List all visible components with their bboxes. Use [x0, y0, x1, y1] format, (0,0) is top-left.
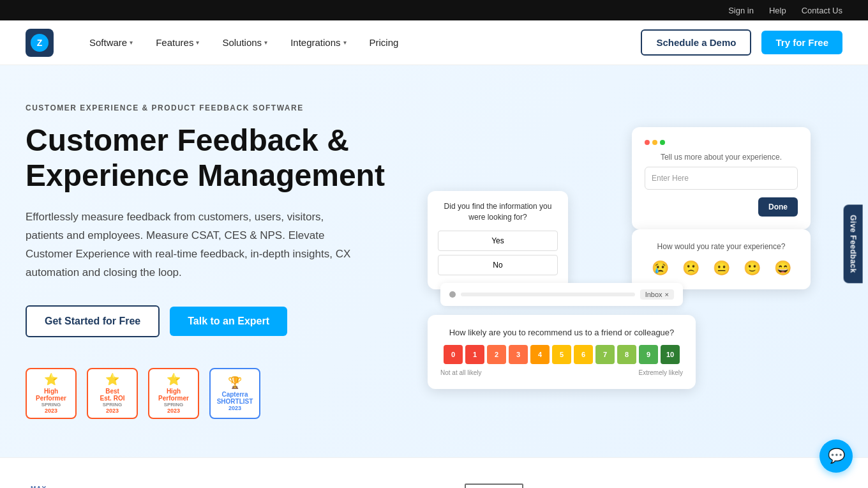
nav-links: Software ▾ Features ▾ Solutions ▾ Integr…: [79, 32, 641, 53]
nav-software[interactable]: Software ▾: [79, 32, 143, 53]
nps-scale: 0 1 2 3 4 5 6 7 8 9 10: [440, 345, 683, 364]
g2-icon: ⭐: [44, 372, 58, 386]
emoji-3[interactable]: 😐: [713, 260, 730, 277]
nps-btn-1[interactable]: 1: [465, 345, 484, 364]
logo-sap: SAP: [110, 484, 147, 488]
survey-card-emoji-rating: How would you rate your experience? 😢 🙁 …: [632, 229, 811, 289]
window-dots: [645, 140, 798, 145]
chevron-down-icon: ▾: [264, 39, 267, 46]
schedule-demo-button[interactable]: Schedule a Demo: [641, 29, 751, 56]
nps-btn-9[interactable]: 9: [639, 345, 658, 364]
nps-labels: Not at all likely Extremely likely: [440, 369, 683, 376]
signin-link[interactable]: Sign in: [728, 6, 754, 15]
help-link[interactable]: Help: [769, 6, 786, 15]
yes-button[interactable]: Yes: [438, 231, 558, 251]
survey-card-text-input: Tell us more about your experience. Ente…: [632, 127, 811, 229]
maximize-dot: [660, 140, 665, 145]
hero-left: CUSTOMER EXPERIENCE & PRODUCT FEEDBACK S…: [26, 103, 396, 419]
nps-btn-7[interactable]: 7: [595, 345, 615, 364]
logo-icon: Z: [26, 29, 54, 57]
g2-icon-2: ⭐: [167, 372, 181, 386]
nav-features[interactable]: Features ▾: [146, 32, 209, 53]
nps-label-left: Not at all likely: [440, 369, 481, 376]
inbox-tag[interactable]: Inbox ×: [640, 289, 674, 300]
nps-btn-5[interactable]: 5: [552, 345, 571, 364]
inbox-dot-icon: [449, 291, 456, 298]
nps-btn-2[interactable]: 2: [487, 345, 506, 364]
survey-card-yesno: Did you find the information you were lo…: [428, 191, 568, 289]
survey-question-label: Tell us more about your experience.: [645, 153, 798, 162]
survey-card-nps: How likely are you to recommend us to a …: [428, 315, 696, 389]
get-started-button[interactable]: Get Started for Free: [26, 305, 160, 337]
emoji-5[interactable]: 😄: [774, 260, 791, 277]
contact-link[interactable]: Contact Us: [802, 6, 842, 15]
capterra-icon: 🏆: [228, 376, 242, 390]
chevron-down-icon: ▾: [130, 39, 133, 46]
try-free-button[interactable]: Try for Free: [761, 31, 842, 54]
nps-btn-10[interactable]: 10: [661, 345, 680, 364]
hero-section: CUSTOMER EXPERIENCE & PRODUCT FEEDBACK S…: [0, 65, 868, 457]
rating-question: How would you rate your experience?: [645, 242, 798, 251]
nav-solutions[interactable]: Solutions ▾: [212, 32, 278, 53]
nps-btn-0[interactable]: 0: [444, 345, 463, 364]
badge-g2-best-roi: ⭐ Best Est. ROI SPRING 2023: [87, 368, 138, 419]
hero-description: Effortlessly measure feedback from custo…: [26, 208, 357, 282]
logo[interactable]: Z: [26, 29, 54, 57]
navbar: Z Software ▾ Features ▾ Solutions ▾ Inte…: [0, 20, 868, 65]
chevron-down-icon: ▾: [343, 39, 347, 46]
emoji-rating-row: 😢 🙁 😐 🙂 😄: [645, 260, 798, 277]
hero-buttons: Get Started for Free Talk to an Expert: [26, 305, 396, 337]
hero-right: Tell us more about your experience. Ente…: [396, 121, 842, 402]
logo-maxlife: MAX LIFE INSURANCE: [26, 485, 52, 488]
badge-g2-high-performer: ⭐ High Performer SPRING 2023: [26, 368, 77, 419]
close-dot: [645, 140, 650, 145]
yesno-question: Did you find the information you were lo…: [438, 201, 558, 223]
survey-text-input[interactable]: Enter Here: [645, 167, 798, 190]
talk-to-expert-button[interactable]: Talk to an Expert: [170, 307, 287, 336]
inbox-progress-line: [461, 293, 635, 296]
nps-question: How likely are you to recommend us to a …: [440, 328, 683, 337]
no-button[interactable]: No: [438, 255, 558, 275]
emoji-4[interactable]: 🙂: [744, 260, 761, 277]
g2-roi-icon: ⭐: [105, 372, 119, 386]
emoji-2[interactable]: 🙁: [682, 260, 700, 277]
nav-integrations[interactable]: Integrations ▾: [280, 32, 356, 53]
chevron-down-icon: ▾: [196, 39, 199, 46]
nps-label-right: Extremely likely: [639, 369, 683, 376]
badge-g2-high-performer-2: ⭐ High Performer SPRING 2023: [148, 368, 199, 419]
nps-btn-3[interactable]: 3: [509, 345, 528, 364]
survey-done-button[interactable]: Done: [758, 197, 798, 217]
badge-capterra: 🏆 Capterra SHORTLIST 2023: [209, 368, 260, 419]
nav-actions: Schedule a Demo Try for Free: [641, 29, 842, 56]
nps-btn-8[interactable]: 8: [617, 345, 636, 364]
nps-btn-6[interactable]: 6: [574, 345, 593, 364]
logos-row: MAX LIFE INSURANCE SAP damas ATCO NIKON …: [26, 484, 842, 488]
nps-btn-4[interactable]: 4: [530, 345, 550, 364]
feedback-tab[interactable]: Give Feedback: [843, 204, 862, 283]
logo-letter: Z: [31, 34, 49, 52]
logo-nikon: NIKON: [465, 484, 523, 488]
hero-title: Customer Feedback & Experience Managemen…: [26, 123, 396, 193]
top-bar: Sign in Help Contact Us: [0, 0, 868, 20]
chat-icon: 💬: [828, 448, 845, 464]
mockup-container: Tell us more about your experience. Ente…: [428, 127, 811, 395]
logos-section: MAX LIFE INSURANCE SAP damas ATCO NIKON …: [0, 457, 868, 488]
minimize-dot: [652, 140, 657, 145]
inbox-close-icon[interactable]: ×: [665, 291, 669, 298]
badges-row: ⭐ High Performer SPRING 2023 ⭐ Best Est.…: [26, 368, 396, 419]
hero-eyebrow: CUSTOMER EXPERIENCE & PRODUCT FEEDBACK S…: [26, 103, 396, 112]
inbox-bar: Inbox ×: [440, 283, 683, 306]
nav-pricing[interactable]: Pricing: [359, 32, 409, 53]
emoji-1[interactable]: 😢: [652, 260, 669, 277]
chat-bubble[interactable]: 💬: [819, 439, 853, 473]
